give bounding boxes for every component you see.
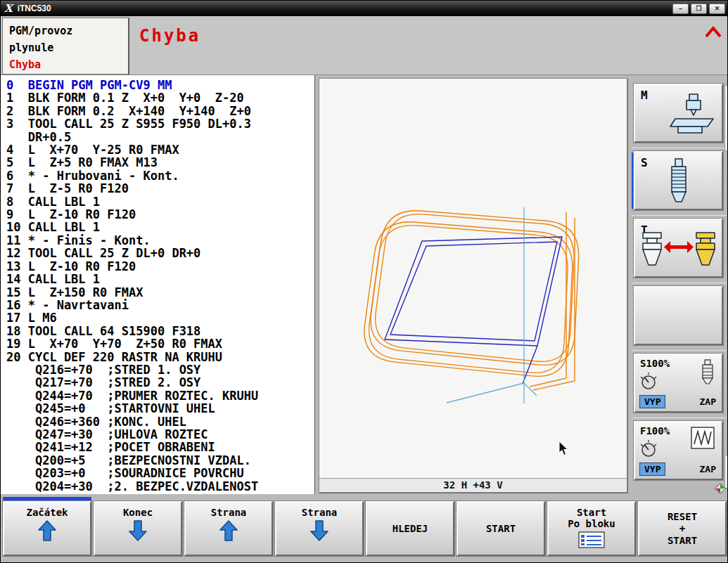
mode-display: PGM/provoz plynule Chyba bbox=[2, 18, 129, 75]
mode-status: Chyba bbox=[9, 56, 122, 73]
feed-off-toggle[interactable]: VYP bbox=[639, 462, 665, 476]
program-line: Q245=+0 ;STARTOVNI UHEL bbox=[6, 402, 314, 415]
softkey-label: Konec bbox=[123, 507, 153, 518]
program-line: 18 TOOL CALL 64 S15900 F318 bbox=[6, 325, 314, 337]
override-knob-icon bbox=[639, 438, 660, 463]
s-label: S bbox=[641, 156, 648, 169]
chevron-up-icon bbox=[704, 25, 722, 42]
program-line: 11 * - Finis - Kont. bbox=[6, 234, 314, 247]
minimize-button[interactable]: – bbox=[672, 4, 689, 14]
softkey-label: Začátek bbox=[26, 507, 68, 518]
feed-on-toggle[interactable]: ZAP bbox=[700, 463, 717, 475]
softkey-label: RESET bbox=[668, 511, 697, 523]
program-line: 1 BLK FORM 0.1 Z X+0 Y+0 Z-20 bbox=[6, 91, 314, 104]
spindle-override-label: S100% bbox=[640, 358, 670, 369]
title-bar: X iTNC530 – ❐ ✕ bbox=[1, 1, 728, 16]
mode-line-2: plynule bbox=[9, 39, 122, 56]
milling-machine-icon bbox=[670, 93, 716, 138]
program-line: 0 BEGIN PGM PGM-CV9 MM bbox=[6, 79, 314, 91]
feed-override-label: F100% bbox=[640, 425, 670, 436]
program-line: Q244=+70 ;PRUMER ROZTEC. KRUHU bbox=[6, 389, 314, 402]
single-block-icon bbox=[578, 530, 605, 550]
itnc530-window: X iTNC530 – ❐ ✕ PGM/provoz plynule Chyba… bbox=[0, 0, 728, 563]
spindle-small-icon bbox=[701, 359, 715, 389]
program-line: 12 TOOL CALL 25 Z DL+0 DR+0 bbox=[6, 247, 314, 259]
program-line: 20 CYCL DEF 220 RASTR NA KRUHU bbox=[6, 351, 314, 363]
program-line: Q200=+5 ;BEZPECNOSTNI VZDAL. bbox=[6, 454, 314, 467]
sidebar-separator bbox=[632, 215, 728, 216]
graphics-status-bar: 32 H +43 V bbox=[319, 478, 627, 492]
tool-change-button[interactable]: T bbox=[634, 219, 723, 278]
arrow-down-icon bbox=[310, 518, 328, 544]
program-line: Q247=+30 ;UHLOVA ROZTEC bbox=[6, 428, 314, 441]
system-status-icon bbox=[715, 483, 726, 496]
mode-line-1: PGM/provoz bbox=[9, 22, 122, 39]
program-line: 3 TOOL CALL 25 Z S955 F950 DL+0.3 bbox=[6, 117, 314, 130]
program-line: 15 L Z+150 R0 FMAX bbox=[6, 286, 314, 299]
program-line: Q246=+360 ;KONC. UHEL bbox=[6, 415, 314, 428]
softkey-zacatek[interactable]: Začátek bbox=[3, 501, 91, 556]
program-line: Q217=+70 ;STRED 2. OSY bbox=[6, 376, 314, 389]
maximize-button[interactable]: ❐ bbox=[691, 4, 707, 14]
program-line: Q216=+70 ;STRED 1. OSY bbox=[6, 363, 314, 376]
spindle-override-panel: S100% VYP ZAP bbox=[634, 354, 723, 413]
softkey-strana-up[interactable]: Strana bbox=[184, 501, 273, 556]
spindle-off-toggle[interactable]: VYP bbox=[639, 395, 665, 408]
softkey-konec[interactable]: Konec bbox=[94, 501, 182, 556]
spindle-on-toggle[interactable]: ZAP bbox=[700, 396, 717, 408]
softkey-label: Start bbox=[577, 507, 606, 518]
arrow-down-icon bbox=[129, 518, 147, 544]
program-line: 2 BLK FORM 0.2 X+140 Y+140 Z+0 bbox=[6, 105, 314, 117]
m-function-button[interactable]: M bbox=[634, 84, 723, 143]
program-line: 17 L M6 bbox=[6, 311, 314, 324]
softkey-label: Strana bbox=[302, 507, 338, 518]
sidebar-separator bbox=[632, 283, 728, 283]
program-line: 16 * - Navrtavani bbox=[6, 299, 314, 311]
app-icon: X bbox=[4, 2, 13, 15]
softkey-reset-start[interactable]: RESET + START bbox=[638, 501, 727, 556]
override-knob-icon bbox=[639, 370, 660, 396]
program-line: Q203=+0 ;SOURADNICE POVRCHU bbox=[6, 467, 314, 479]
program-line: 7 L Z-5 R0 F120 bbox=[6, 182, 314, 195]
program-line: 8 CALL LBL 1 bbox=[6, 195, 314, 208]
spindle-icon bbox=[668, 158, 690, 207]
program-line: 14 CALL LBL 1 bbox=[6, 273, 314, 285]
spindle-button[interactable]: S bbox=[634, 151, 723, 210]
softkey-strana-down[interactable]: Strana bbox=[275, 501, 364, 556]
tool-change-icon bbox=[641, 231, 717, 273]
sidebar-separator bbox=[632, 418, 728, 418]
program-listing[interactable]: 0 BEGIN PGM PGM-CV9 MM 1 BLK FORM 0.1 Z … bbox=[1, 75, 315, 494]
softkey-label: Po bloku bbox=[568, 518, 615, 530]
program-line: 5 L Z+5 R0 FMAX M13 bbox=[6, 156, 314, 169]
softkey-hledej[interactable]: HLEDEJ bbox=[366, 501, 454, 556]
header: PGM/provoz plynule Chyba Chyba bbox=[1, 16, 728, 75]
feed-zigzag-icon bbox=[691, 427, 715, 452]
m-label: M bbox=[641, 89, 648, 102]
softkey-label: Strana bbox=[211, 507, 247, 518]
arrow-up-icon bbox=[38, 518, 56, 544]
close-button[interactable]: ✕ bbox=[709, 4, 725, 14]
feed-override-panel: F100% VYP ZAP bbox=[634, 421, 723, 480]
empty-machine-key[interactable] bbox=[634, 286, 723, 345]
softkey-start[interactable]: START bbox=[456, 501, 545, 556]
error-title: Chyba bbox=[139, 26, 200, 46]
program-line: 6 * - Hrubovani - Kont. bbox=[6, 169, 314, 182]
softkey-label: START bbox=[486, 523, 516, 534]
program-line: 13 L Z-10 R0 F120 bbox=[6, 260, 314, 273]
program-line: DR+0.5 bbox=[6, 131, 314, 143]
program-line: Q241=+12 ;POCET OBRABENI bbox=[6, 441, 314, 453]
softkey-row-indicator bbox=[3, 497, 91, 500]
program-line: 9 L Z-10 R0 F120 bbox=[6, 208, 314, 221]
softkey-label: START bbox=[668, 535, 697, 547]
program-line: 10 CALL LBL 1 bbox=[6, 221, 314, 233]
sidebar-separator bbox=[632, 148, 728, 148]
arrow-up-icon bbox=[219, 518, 238, 544]
softkey-label: HLEDEJ bbox=[392, 523, 428, 534]
softkey-row: Začátek Konec Strana Strana HLEDEJ bbox=[1, 501, 728, 556]
graphics-view: 32 H +43 V bbox=[319, 78, 627, 493]
softkey-start-po-bloku[interactable]: Start Po bloku bbox=[547, 501, 636, 556]
window-title: iTNC530 bbox=[18, 4, 670, 13]
softkey-label: + bbox=[679, 523, 685, 535]
sidebar-separator bbox=[632, 350, 728, 351]
mouse-cursor bbox=[558, 441, 570, 459]
